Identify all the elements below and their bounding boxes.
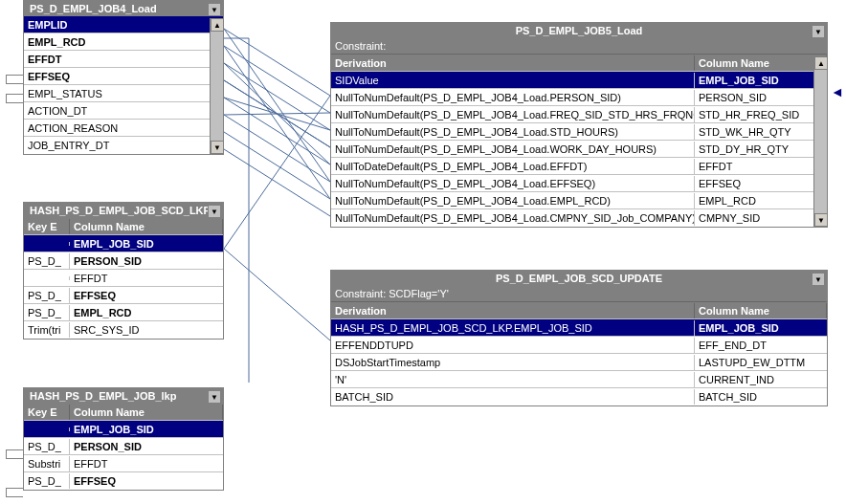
column-list: EMPLIDEMPL_RCDEFFDTEFFSEQEMPL_STATUSACTI…: [24, 16, 223, 154]
scrollbar[interactable]: ▲ ▼: [210, 18, 223, 154]
scroll-up-icon[interactable]: ▲: [211, 18, 224, 32]
column-row[interactable]: EMPL_RCD: [24, 33, 223, 51]
title-text: HASH_PS_D_EMPL_JOB_SCD_LKP: [30, 205, 211, 216]
cell-derivation: NullToNumDefault(PS_D_EMPL_JOB4_Load.EFF…: [331, 176, 695, 191]
cell-column: STD_HR_FREQ_SID: [695, 107, 827, 122]
cell-key: [24, 427, 70, 431]
cell-derivation: NullToNumDefault(PS_D_EMPL_JOB4_Load.CMP…: [331, 210, 695, 226]
svg-line-2: [224, 63, 330, 130]
column-name: ACTION_REASON: [24, 121, 223, 136]
derivation-row[interactable]: DSJobStartTimestampLASTUPD_EW_DTTM: [331, 354, 827, 371]
scroll-down-icon[interactable]: ▼: [814, 213, 828, 227]
cell-key: [24, 242, 70, 246]
panel-title[interactable]: HASH_PS_D_EMPL_JOB_lkp ▼: [24, 388, 223, 404]
derivation-row[interactable]: SIDValueEMPL_JOB_SID: [331, 72, 827, 89]
table-row[interactable]: PS_D_EFFSEQ: [24, 472, 223, 490]
scroll-down-icon[interactable]: ▼: [812, 273, 825, 286]
cell-column: CURRENT_IND: [695, 372, 827, 387]
cell-column: PERSON_SID: [695, 90, 827, 105]
title-text: PS_D_EMPL_JOB4_Load: [30, 3, 157, 14]
scroll-down-icon[interactable]: ▼: [211, 141, 224, 154]
column-row[interactable]: EFFSEQ: [24, 68, 223, 85]
derivation-row[interactable]: NullToNumDefault(PS_D_EMPL_JOB4_Load.STD…: [331, 123, 827, 141]
cell-column: STD_WK_HR_QTY: [695, 124, 827, 140]
header-column: Column Name: [695, 55, 827, 71]
cell-column: EFFSEQ: [695, 176, 827, 191]
derivation-row[interactable]: NullToNumDefault(PS_D_EMPL_JOB4_Load.EMP…: [331, 192, 827, 209]
constraint-row[interactable]: Constraint: SCDFlag='Y': [331, 286, 827, 302]
stage-job4-load[interactable]: PS_D_EMPL_JOB4_Load ▼ EMPLIDEMPL_RCDEFFD…: [23, 0, 224, 155]
cell-derivation: EFFENDDTUPD: [331, 338, 695, 353]
svg-line-11: [224, 80, 330, 147]
header-derivation: Derivation: [331, 55, 695, 71]
stage-scd-update[interactable]: PS_D_EMPL_JOB_SCD_UPDATE ▼ Constraint: S…: [330, 270, 828, 406]
table-row[interactable]: EFFDT: [24, 270, 223, 287]
scroll-up-icon[interactable]: ▲: [814, 56, 828, 70]
column-row[interactable]: EMPLID: [24, 16, 223, 33]
panel-title[interactable]: PS_D_EMPL_JOB_SCD_UPDATE ▼: [331, 271, 827, 286]
svg-line-0: [224, 29, 330, 96]
row-list: HASH_PS_D_EMPL_JOB_SCD_LKP.EMPL_JOB_SIDE…: [331, 319, 827, 405]
table-row[interactable]: PS_D_PERSON_SID: [24, 438, 223, 455]
cell-column: EMPL_JOB_SID: [695, 73, 827, 88]
cell-key: PS_D_: [24, 288, 70, 303]
svg-line-8: [224, 29, 330, 182]
derivation-row[interactable]: NullToNumDefault(PS_D_EMPL_JOB4_Load.FRE…: [331, 106, 827, 123]
connector-stub: [6, 94, 23, 103]
cell-column: SRC_SYS_ID: [70, 322, 223, 338]
stage-job5-load[interactable]: PS_D_EMPL_JOB5_Load ▼ Constraint: Deriva…: [330, 22, 828, 228]
derivation-row[interactable]: NullToNumDefault(PS_D_EMPL_JOB4_Load.CMP…: [331, 209, 827, 227]
cell-column: LASTUPD_EW_DTTM: [695, 355, 827, 370]
scrollbar[interactable]: ▲ ▼: [813, 56, 827, 227]
panel-title[interactable]: PS_D_EMPL_JOB5_Load ▼: [331, 23, 827, 38]
column-name: EMPLID: [24, 17, 223, 33]
table-row[interactable]: SubstriEFFDT: [24, 455, 223, 472]
cell-column: EFFDT: [695, 159, 827, 174]
derivation-row[interactable]: BATCH_SIDBATCH_SID: [331, 388, 827, 405]
title-text: PS_D_EMPL_JOB_SCD_UPDATE: [496, 273, 662, 284]
table-row[interactable]: EMPL_JOB_SID: [24, 421, 223, 438]
constraint-row[interactable]: Constraint:: [331, 38, 827, 55]
derivation-row[interactable]: NullToNumDefault(PS_D_EMPL_JOB4_Load.PER…: [331, 89, 827, 106]
column-row[interactable]: ACTION_DT: [24, 102, 223, 120]
svg-line-1: [224, 46, 330, 113]
svg-line-3: [224, 80, 330, 147]
derivation-row[interactable]: 'N'CURRENT_IND: [331, 371, 827, 388]
table-row[interactable]: Trim(triSRC_SYS_ID: [24, 321, 223, 339]
svg-line-6: [224, 132, 330, 199]
column-row[interactable]: EFFDT: [24, 51, 223, 68]
derivation-row[interactable]: NullToNumDefault(PS_D_EMPL_JOB4_Load.WOR…: [331, 141, 827, 158]
cell-column: STD_DY_HR_QTY: [695, 142, 827, 157]
scroll-down-icon[interactable]: ▼: [812, 25, 825, 38]
derivation-row[interactable]: NullToDateDefault(PS_D_EMPL_JOB4_Load.EF…: [331, 158, 827, 175]
table-row[interactable]: PS_D_PERSON_SID: [24, 252, 223, 270]
scroll-down-icon[interactable]: ▼: [208, 390, 221, 404]
scroll-down-icon[interactable]: ▼: [208, 205, 221, 218]
panel-title[interactable]: HASH_PS_D_EMPL_JOB_SCD_LKP ▼: [24, 203, 223, 218]
table-row[interactable]: PS_D_EFFSEQ: [24, 287, 223, 304]
derivation-row[interactable]: EFFENDDTUPDEFF_END_DT: [331, 337, 827, 354]
column-row[interactable]: JOB_ENTRY_DT: [24, 137, 223, 154]
cell-derivation: 'N': [331, 372, 695, 387]
cell-column: CMPNY_SID: [695, 210, 827, 226]
svg-line-7: [224, 149, 330, 216]
stage-scd-lkp[interactable]: HASH_PS_D_EMPL_JOB_SCD_LKP ▼ Key E Colum…: [23, 202, 224, 340]
table-row[interactable]: EMPL_JOB_SID: [24, 235, 223, 252]
input-arrow-icon: ◄: [831, 84, 844, 99]
column-row[interactable]: ACTION_REASON: [24, 120, 223, 137]
cell-column: EMPL_JOB_SID: [70, 236, 223, 252]
derivation-row[interactable]: HASH_PS_D_EMPL_JOB_SCD_LKP.EMPL_JOB_SIDE…: [331, 319, 827, 337]
panel-title[interactable]: PS_D_EMPL_JOB4_Load ▼: [24, 1, 223, 16]
scroll-down-icon[interactable]: ▼: [208, 3, 221, 16]
cell-column: EMPL_RCD: [695, 193, 827, 208]
table-row[interactable]: PS_D_EMPL_RCD: [24, 304, 223, 321]
title-text: HASH_PS_D_EMPL_JOB_lkp: [30, 390, 176, 402]
column-header: Derivation Column Name: [331, 302, 827, 319]
column-row[interactable]: EMPL_STATUS: [24, 85, 223, 102]
cell-derivation: DSJobStartTimestamp: [331, 355, 695, 370]
cell-key: PS_D_: [24, 305, 70, 320]
derivation-row[interactable]: NullToNumDefault(PS_D_EMPL_JOB4_Load.EFF…: [331, 175, 827, 192]
cell-key: [24, 276, 70, 280]
cell-column: EMPL_JOB_SID: [70, 422, 223, 437]
stage-job-lkp[interactable]: HASH_PS_D_EMPL_JOB_lkp ▼ Key E Column Na…: [23, 387, 224, 491]
